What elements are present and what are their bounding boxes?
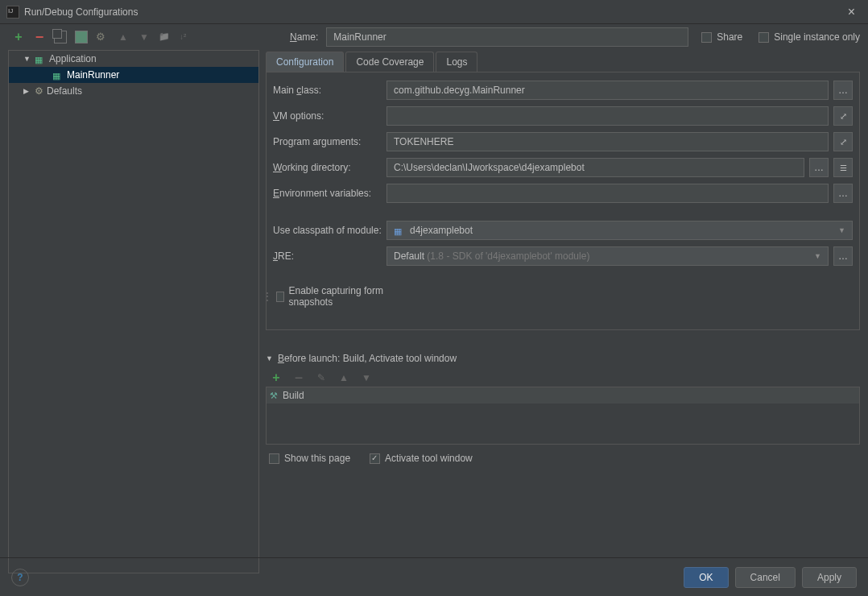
tree-label-mainrunner: MainRunner <box>67 69 119 81</box>
show-this-page-checkbox[interactable]: Show this page <box>269 453 350 464</box>
tree-node-application[interactable]: ▼ Application <box>9 51 258 67</box>
chevron-down-icon: ▼ <box>838 226 845 234</box>
defaults-icon <box>35 85 43 97</box>
tab-bar: Configuration Code Coverage Logs <box>266 52 860 72</box>
chevron-down-icon: ▼ <box>266 354 273 362</box>
name-input[interactable] <box>326 27 688 47</box>
tree-label-defaults: Defaults <box>47 85 82 97</box>
wrench-icon <box>96 31 109 43</box>
vm-options-label: VM options: <box>273 110 382 122</box>
application-icon <box>35 54 46 64</box>
help-button[interactable]: ? <box>11 569 29 586</box>
single-instance-checkbox[interactable]: Single instance only <box>758 31 860 43</box>
module-icon <box>394 226 405 235</box>
build-icon <box>270 390 278 401</box>
browse-working-dir-button[interactable] <box>809 158 829 177</box>
share-checkbox[interactable]: Share <box>701 31 742 43</box>
remove-config-button[interactable]: − <box>32 30 47 44</box>
browse-jre-button[interactable] <box>833 246 853 266</box>
edit-defaults-button[interactable] <box>95 30 110 44</box>
dialog-footer: ? OK Cancel Apply <box>0 557 868 596</box>
chevron-down-icon[interactable]: ▼ <box>23 55 31 63</box>
sort-icon <box>180 31 192 43</box>
program-args-input[interactable] <box>386 132 829 151</box>
expand-program-args-button[interactable] <box>833 132 853 151</box>
save-config-button[interactable] <box>74 30 89 44</box>
browse-main-class-button[interactable] <box>833 81 853 100</box>
edit-env-vars-button[interactable] <box>833 184 853 203</box>
title-bar: Run/Debug Configurations × <box>0 0 868 24</box>
resize-handle-icon[interactable]: ⋮ <box>262 290 273 303</box>
chevron-right-icon[interactable]: ▶ <box>23 87 31 95</box>
folder-button[interactable] <box>158 30 172 44</box>
enable-snapshots-checkbox[interactable]: Enable capturing form snapshots <box>276 285 385 308</box>
working-dir-macros-button[interactable] <box>833 158 853 177</box>
env-vars-label: Environment variables: <box>273 188 382 199</box>
tree-node-mainrunner[interactable]: MainRunner <box>9 67 258 83</box>
app-icon <box>6 6 19 19</box>
close-icon[interactable]: × <box>841 2 862 23</box>
tab-configuration[interactable]: Configuration <box>266 52 344 72</box>
copy-config-button[interactable] <box>53 30 68 44</box>
working-dir-input[interactable] <box>386 158 804 177</box>
module-classpath-select[interactable]: d4jexamplebot ▼ <box>386 221 853 240</box>
chevron-down-icon: ▼ <box>814 252 821 260</box>
cancel-button[interactable]: Cancel <box>735 567 796 588</box>
window-title: Run/Debug Configurations <box>24 6 138 18</box>
task-down-button[interactable]: ▼ <box>359 370 374 385</box>
add-task-button[interactable]: + <box>269 370 283 385</box>
tree-node-defaults[interactable]: ▶ Defaults <box>9 83 258 99</box>
tree-label-application: Application <box>49 53 97 64</box>
sort-button[interactable] <box>179 30 193 44</box>
activate-tool-window-checkbox[interactable]: Activate tool window <box>370 453 473 464</box>
tab-logs[interactable]: Logs <box>436 52 477 72</box>
configuration-form: Main class: VM options: Program argument… <box>266 72 860 330</box>
save-icon <box>75 31 88 43</box>
jre-label: JRE: <box>273 250 382 262</box>
name-label: Name: <box>290 31 318 43</box>
add-config-button[interactable]: + <box>11 30 26 44</box>
vm-options-input[interactable] <box>386 106 829 126</box>
move-up-button[interactable]: ▲ <box>116 30 130 44</box>
edit-task-button[interactable]: ✎ <box>314 370 329 385</box>
program-args-label: Program arguments: <box>273 136 382 147</box>
main-class-input[interactable] <box>386 81 829 100</box>
expand-vm-options-button[interactable] <box>833 106 853 126</box>
jre-select[interactable]: Default (1.8 - SDK of 'd4jexamplebot' mo… <box>386 246 829 266</box>
ok-button[interactable]: OK <box>684 567 728 588</box>
move-down-button[interactable]: ▼ <box>137 30 151 44</box>
remove-task-button[interactable]: − <box>291 370 306 385</box>
config-tree[interactable]: ▼ Application MainRunner ▶ Defaults <box>8 50 259 573</box>
run-config-icon <box>52 70 64 80</box>
folder-icon <box>159 31 172 43</box>
working-dir-label: Working directory: <box>273 162 382 173</box>
module-classpath-label: Use classpath of module: <box>273 225 382 236</box>
before-launch-list[interactable]: Build <box>266 387 860 445</box>
before-launch-item-build[interactable]: Build <box>267 387 859 404</box>
tab-code-coverage[interactable]: Code Coverage <box>345 52 434 72</box>
before-launch-header[interactable]: ▼ Before launch: Build, Activate tool wi… <box>266 353 860 364</box>
task-up-button[interactable]: ▲ <box>337 370 351 385</box>
top-toolbar: + − ▲ ▼ Name: Share Single instance only <box>0 24 868 50</box>
copy-icon <box>54 31 67 43</box>
main-class-label: Main class: <box>273 85 382 96</box>
env-vars-input[interactable] <box>386 184 829 203</box>
apply-button[interactable]: Apply <box>802 567 857 588</box>
